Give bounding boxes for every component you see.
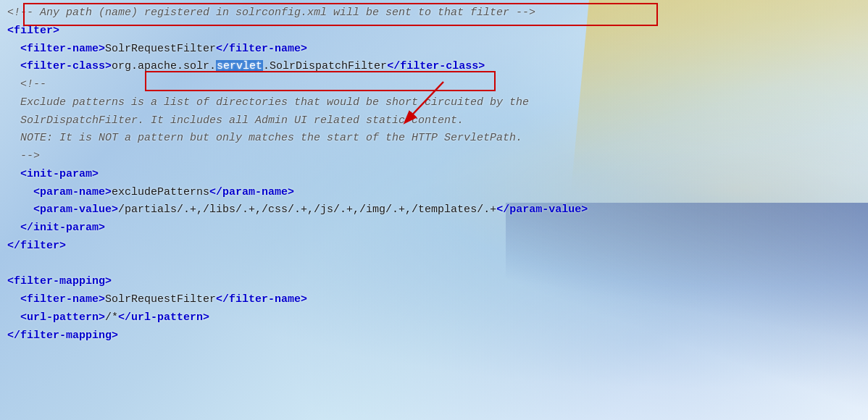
filter-mapping-close-tag: </filter-mapping> [7,329,118,342]
comment-open-tag: <!-- [20,78,46,91]
filter-class-open-tag: <filter-class> [20,60,112,72]
url-pattern-value: /* [105,311,118,324]
code-line-17: <filter-name>SolrRequestFilter</filter-n… [7,291,861,309]
code-line-18: <url-pattern>/*</url-pattern> [7,309,861,327]
code-line-16: <filter-mapping> [7,273,861,291]
code-line-2: <filter> [7,22,861,41]
code-line-1: <!-- Any path (name) registered in solrc… [7,4,861,22]
param-value-close-tag: </param-value> [496,203,588,216]
comment-text-1: <!-- Any path (name) registered in solrc… [7,7,535,19]
filter-mapping-name-close: </filter-name> [216,293,307,306]
servlet-highlight-text: servlet [216,60,263,72]
comment-close-tag: --> [20,150,40,162]
comment-line-6: Exclude patterns is a list of directorie… [7,96,529,109]
param-value-content: /partials/.+,/libs/.+,/css/.+,/js/.+,/im… [118,203,496,216]
code-line-8: NOTE: It is NOT a pattern but only match… [7,130,861,148]
filter-class-close-tag: </filter-class> [387,60,485,72]
code-line-9: --> [7,148,861,166]
code-line-3: <filter-name>SolrRequestFilter</filter-n… [7,41,861,59]
filter-mapping-name-value: SolrRequestFilter [105,293,216,306]
filter-mapping-name-open: <filter-name> [20,293,105,306]
param-name-close-tag: </param-name> [209,186,294,198]
init-param-open-tag: <init-param> [20,168,99,180]
url-pattern-open-tag: <url-pattern> [20,311,105,324]
filter-mapping-open-tag: <filter-mapping> [7,275,112,287]
filter-name-close-tag: </filter-name> [216,43,307,55]
filter-name-tag: <filter-name> [20,43,105,55]
filter-close-tag: </filter> [7,240,66,252]
code-line-13: </init-param> [7,219,861,238]
param-value-open-tag: <param-value> [33,203,118,216]
filter-name-value: SolrRequestFilter [105,43,216,55]
param-name-value: excludePatterns [112,186,209,198]
url-pattern-close-tag: </url-pattern> [118,311,209,324]
filter-open-tag: <filter> [7,25,59,37]
filter-class-prefix: org.apache.solr. [112,60,216,72]
init-param-close-tag: </init-param> [20,222,105,234]
comment-line-7: SolrDispatchFilter. It includes all Admi… [7,114,464,127]
filter-class-suffix: .SolrDispatchFilter [263,60,387,72]
code-line-6: Exclude patterns is a list of directorie… [7,94,861,112]
code-line-12: <param-value>/partials/.+,/libs/.+,/css/… [7,201,861,219]
code-line-4: <filter-class>org.apache.solr.servlet.So… [7,58,861,76]
code-line-15 [7,256,861,274]
comment-line-8: NOTE: It is NOT a pattern but only match… [7,132,522,144]
code-display-area: <!-- Any path (name) registered in solrc… [0,0,868,420]
code-line-5: <!-- [7,76,861,94]
code-line-7: SolrDispatchFilter. It includes all Admi… [7,112,861,130]
code-line-10: <init-param> [7,166,861,184]
code-line-11: <param-name>excludePatterns</param-name> [7,184,861,202]
code-line-19: </filter-mapping> [7,327,861,345]
code-line-14: </filter> [7,238,861,256]
param-name-open-tag: <param-name> [33,186,112,198]
